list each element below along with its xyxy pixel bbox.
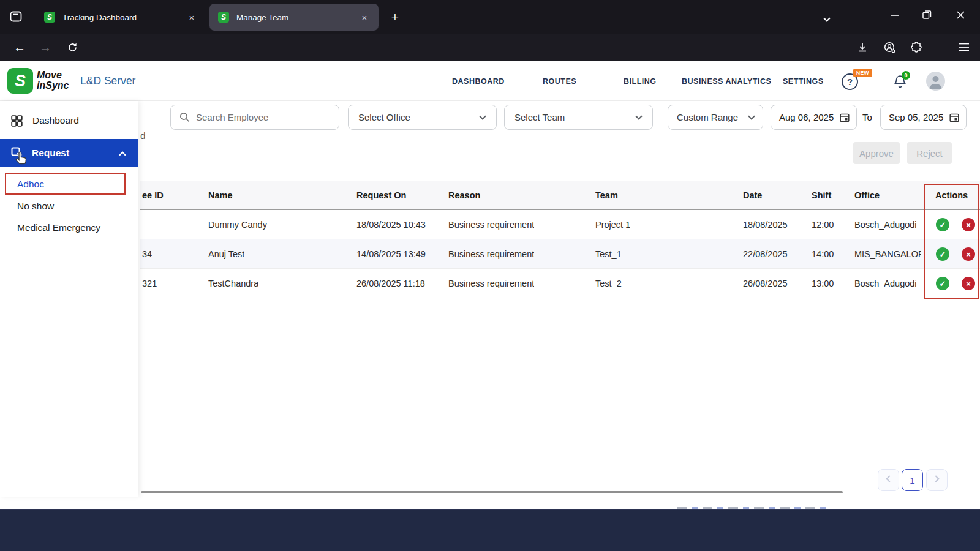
new-badge: NEW [853, 69, 872, 77]
nav-routes[interactable]: ROUTES [543, 61, 576, 101]
calendar-icon [949, 113, 959, 122]
list-all-tabs-button[interactable] [824, 12, 829, 23]
sidebar-item-dashboard[interactable]: Dashboard [0, 107, 138, 134]
clipped-heading-text: d [140, 130, 146, 141]
menu-button[interactable] [953, 36, 975, 58]
nav-business-analytics[interactable]: BUSINESS ANALYTICS [682, 61, 771, 101]
horizontal-scrollbar[interactable] [141, 491, 843, 493]
col-date[interactable]: Date [743, 181, 762, 209]
calendar-icon [840, 113, 850, 122]
nav-settings[interactable]: SETTINGS [783, 61, 824, 101]
chevron-left-icon [886, 475, 892, 482]
reload-button[interactable] [61, 36, 83, 58]
firefox-view-button[interactable] [5, 6, 27, 28]
pagination-prev-button[interactable] [878, 469, 899, 491]
chevron-right-icon [932, 475, 939, 482]
windows-taskbar: Search [0, 509, 980, 551]
select-team-dropdown[interactable]: Select Team [504, 105, 653, 130]
table-row[interactable]: Dummy Candy 18/08/2025 10:43 Business re… [140, 210, 980, 239]
restore-button[interactable] [913, 2, 941, 27]
table-row[interactable]: 34 Anuj Test 14/08/2025 13:49 Business r… [140, 239, 980, 269]
tab-tracking-dashboard[interactable]: S Tracking Dashboard × [36, 4, 206, 31]
to-label: To [862, 105, 872, 130]
minimize-icon [891, 10, 899, 19]
annotation-box-adhoc [5, 173, 126, 195]
minimize-button[interactable] [881, 2, 909, 27]
chevron-down-icon [635, 113, 642, 119]
close-window-button[interactable] [946, 2, 974, 27]
forward-button[interactable]: → [34, 36, 56, 58]
date-range-dropdown[interactable]: Custom Range [668, 105, 763, 130]
dashboard-grid-icon [11, 115, 23, 127]
select-office-dropdown[interactable]: Select Office [348, 105, 497, 130]
approve-button[interactable]: Approve [853, 142, 900, 164]
reload-icon [67, 42, 78, 53]
close-icon [956, 10, 965, 20]
search-employee-input[interactable] [196, 112, 325, 122]
tab-title: Tracking Dashboard [62, 13, 137, 22]
firefox-view-icon [10, 10, 22, 23]
sidebar-item-medical-emergency[interactable]: Medical Emergency [0, 218, 138, 238]
tab-close-icon[interactable]: × [358, 10, 371, 24]
col-reason[interactable]: Reason [448, 181, 480, 209]
nav-dashboard[interactable]: DASHBOARD [452, 61, 505, 101]
date-to-field[interactable]: Sep 05, 2025 [880, 105, 967, 130]
col-office[interactable]: Office [854, 181, 880, 209]
col-request-on[interactable]: Request On [356, 181, 406, 209]
hamburger-menu-icon [959, 43, 970, 51]
account-button[interactable] [878, 36, 900, 58]
moveinsync-logo-text: MoveinSync [37, 70, 69, 91]
col-team[interactable]: Team [595, 181, 618, 209]
avatar[interactable] [926, 72, 945, 91]
chevron-down-icon [479, 113, 486, 119]
reject-button[interactable]: Reject [907, 142, 952, 164]
table-row[interactable]: 321 TestChandra 26/08/2025 11:18 Busines… [140, 269, 980, 298]
tab-manage-team-active[interactable]: S Manage Team × [209, 4, 379, 31]
col-shift[interactable]: Shift [812, 181, 831, 209]
screen: S Tracking Dashboard × S Manage Team × +… [0, 0, 980, 551]
annotation-box-actions [924, 184, 979, 299]
requests-table: ee ID Name Request On Reason Team Date S… [140, 181, 980, 298]
nav-billing[interactable]: BILLING [624, 61, 657, 101]
downloads-icon [857, 42, 868, 53]
moveinsync-logo-icon[interactable]: S [7, 68, 33, 94]
search-icon [179, 112, 190, 122]
tab-favicon-moveinsync: S [218, 12, 229, 23]
tab-close-icon[interactable]: × [185, 10, 198, 24]
restore-icon [922, 10, 932, 20]
chevron-down-icon [748, 113, 755, 119]
downloads-button[interactable] [851, 36, 873, 58]
col-name[interactable]: Name [208, 181, 233, 209]
date-from-field[interactable]: Aug 06, 2025 [771, 105, 857, 130]
back-button[interactable]: ← [9, 36, 31, 58]
person-icon [926, 72, 945, 91]
chevron-down-icon [823, 15, 830, 21]
mouse-cursor [15, 151, 29, 167]
tab-favicon-moveinsync: S [44, 12, 55, 23]
notification-count-badge: 0 [902, 71, 910, 80]
sidebar-item-no-show[interactable]: No show [0, 197, 138, 216]
col-employee-id[interactable]: ee ID [142, 181, 164, 209]
account-icon [884, 42, 895, 53]
extensions-puzzle-icon [911, 42, 922, 53]
new-tab-button[interactable]: + [386, 8, 404, 26]
product-title: L&D Server [80, 61, 135, 101]
pagination-next-button[interactable] [926, 469, 948, 491]
clipped-footer-text [677, 507, 830, 509]
pagination-page-1[interactable]: 1 [902, 469, 923, 491]
chevron-up-icon [119, 151, 126, 158]
browser-tab-bar: S Tracking Dashboard × S Manage Team × + [0, 0, 980, 34]
search-employee-box [170, 105, 339, 130]
extensions-button[interactable] [905, 36, 927, 58]
tab-title: Manage Team [236, 13, 288, 22]
actions-column-divider [922, 181, 922, 298]
table-header-row: ee ID Name Request On Reason Team Date S… [140, 181, 980, 210]
browser-toolbar: ← → https://lnd.moveinsync.com/India/mas… [0, 34, 980, 61]
